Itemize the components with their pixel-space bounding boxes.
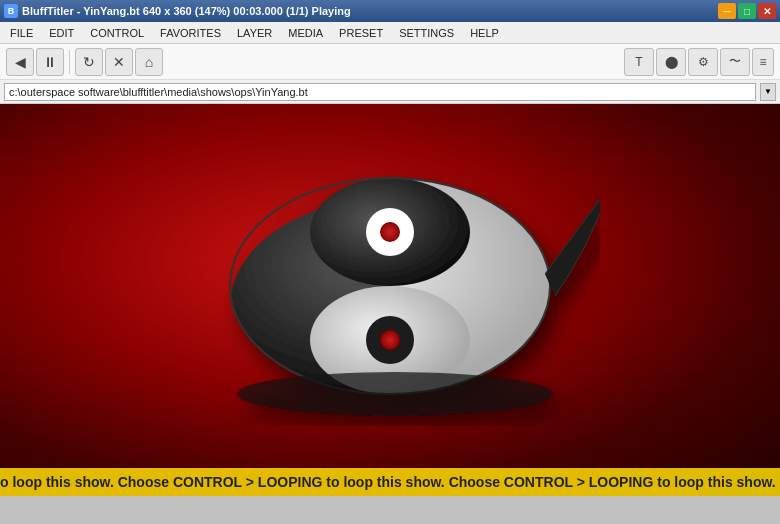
menu-bar: FILE EDIT CONTROL FAVORITES LAYER MEDIA … bbox=[0, 22, 780, 44]
text-tool-button[interactable]: T bbox=[624, 48, 654, 76]
menu-edit[interactable]: EDIT bbox=[41, 24, 82, 42]
toolbar-right: T ⬤ ⚙ 〜 ≡ bbox=[624, 48, 774, 76]
yinyang-image bbox=[180, 146, 600, 426]
title-text: BluffTitler - YinYang.bt 640 x 360 (147%… bbox=[22, 5, 351, 17]
ticker-bar: o loop this show. Choose CONTROL > LOOPI… bbox=[0, 468, 780, 496]
menu-file[interactable]: FILE bbox=[2, 24, 41, 42]
toolbar: ◀ ⏸ ↻ ✕ ⌂ T ⬤ ⚙ 〜 ≡ bbox=[0, 44, 780, 80]
ticker-text: o loop this show. Choose CONTROL > LOOPI… bbox=[0, 474, 780, 490]
minimize-button[interactable]: ─ bbox=[718, 3, 736, 19]
menu-settings[interactable]: SETTINGS bbox=[391, 24, 462, 42]
close-button[interactable]: ✕ bbox=[758, 3, 776, 19]
address-bar: ▼ bbox=[0, 80, 780, 104]
stop-button[interactable]: ✕ bbox=[105, 48, 133, 76]
refresh-button[interactable]: ↻ bbox=[75, 48, 103, 76]
maximize-button[interactable]: □ bbox=[738, 3, 756, 19]
svg-point-9 bbox=[380, 222, 400, 242]
hamburger-menu-button[interactable]: ≡ bbox=[752, 48, 774, 76]
home-button[interactable]: ⌂ bbox=[135, 48, 163, 76]
svg-point-13 bbox=[237, 372, 553, 416]
canvas-area: o loop this show. Choose CONTROL > LOOPI… bbox=[0, 104, 780, 496]
circle-tool-button[interactable]: ⬤ bbox=[656, 48, 686, 76]
gear-button[interactable]: ⚙ bbox=[688, 48, 718, 76]
address-input[interactable] bbox=[4, 83, 756, 101]
toolbar-separator-1 bbox=[69, 50, 70, 74]
menu-preset[interactable]: PRESET bbox=[331, 24, 391, 42]
title-controls: ─ □ ✕ bbox=[718, 3, 776, 19]
title-bar: B BluffTitler - YinYang.bt 640 x 360 (14… bbox=[0, 0, 780, 22]
menu-layer[interactable]: LAYER bbox=[229, 24, 280, 42]
address-dropdown-button[interactable]: ▼ bbox=[760, 83, 776, 101]
back-button[interactable]: ◀ bbox=[6, 48, 34, 76]
svg-point-11 bbox=[380, 330, 400, 350]
menu-favorites[interactable]: FAVORITES bbox=[152, 24, 229, 42]
wave-button[interactable]: 〜 bbox=[720, 48, 750, 76]
menu-help[interactable]: HELP bbox=[462, 24, 507, 42]
menu-media[interactable]: MEDIA bbox=[280, 24, 331, 42]
pause-button[interactable]: ⏸ bbox=[36, 48, 64, 76]
title-bar-left: B BluffTitler - YinYang.bt 640 x 360 (14… bbox=[4, 4, 351, 18]
app-icon: B bbox=[4, 4, 18, 18]
yinyang-svg bbox=[180, 146, 600, 426]
menu-control[interactable]: CONTROL bbox=[82, 24, 152, 42]
